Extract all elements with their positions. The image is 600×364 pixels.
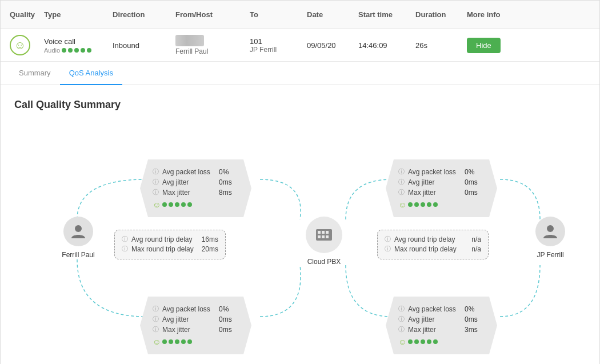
info-icon-lr2: ⓘ [122,245,128,253]
hide-button[interactable]: Hide [467,38,501,53]
br-stat-row-2: ⓘ Avg jitter 0ms [398,315,485,323]
pbx-icon [306,217,342,253]
right-rtrip-box: ⓘ Avg round trip delay n/a ⓘ Max round t… [377,230,489,259]
bl-stat-row-1: ⓘ Avg packet loss 0% [153,305,239,313]
bl-max-j-value: 0ms [219,326,239,334]
col-header-quality: Quality [10,10,44,19]
info-icon-br1: ⓘ [398,305,405,313]
info-icon-bl1: ⓘ [153,305,159,313]
svg-rect-6 [318,231,321,234]
svg-rect-9 [318,235,321,238]
from-name: Ferrill Paul [175,47,250,55]
lr-avg-value: 16ms [202,235,218,243]
dot-4 [81,48,85,53]
pbx-node: Cloud PBX [298,217,350,266]
tl-avg-j-value: 0ms [219,178,239,186]
svg-rect-10 [322,235,325,238]
to-cell: 101 JP Ferrill [250,37,307,54]
tab-qos[interactable]: QoS Analysis [60,62,122,85]
col-header-duration: Duration [415,10,467,19]
bl-stat-row-2: ⓘ Avg jitter 0ms [153,315,239,323]
d1 [162,202,167,207]
info-icon-bl3: ⓘ [153,325,159,334]
to-extension: 101 [250,37,307,46]
tl-smiley-row: ☺ [153,200,239,209]
info-icon-tr3: ⓘ [398,188,405,197]
quality-cell: ☺ [10,35,44,55]
bl-max-j-label: Max jitter [162,326,215,334]
tr-max-j-value: 0ms [465,189,485,197]
tl-avg-pl-value: 0% [219,168,239,176]
right-person-icon [535,217,565,246]
tr-stat-row-2: ⓘ Avg jitter 0ms [398,178,485,186]
type-sub: Audio [44,47,113,54]
svg-point-4 [75,225,82,232]
direction-value: Inbound [113,41,139,50]
date-cell: 09/05/20 [307,41,358,50]
bottom-left-stats: ⓘ Avg packet loss 0% ⓘ Avg jitter 0ms ⓘ … [140,297,251,354]
lr-row-2: ⓘ Max round trip delay 20ms [122,245,218,253]
dot-5 [87,48,91,53]
top-right-stats: ⓘ Avg packet loss 0% ⓘ Avg jitter 0ms ⓘ … [386,159,497,217]
right-person-node: JP Ferrill [527,217,573,259]
direction-cell: Inbound [113,41,175,50]
info-icon-br2: ⓘ [398,315,405,323]
tr-stat-row-1: ⓘ Avg packet loss 0% [398,167,485,176]
tl-max-j-value: 8ms [219,189,239,197]
tr-avg-pl-label: Avg packet loss [408,168,461,176]
lr-max-label: Max round trip delay [131,245,194,253]
info-icon-rr1: ⓘ [385,235,391,243]
bl-stat-row-3: ⓘ Max jitter 0ms [153,325,239,334]
type-cell: Voice call Audio [44,37,113,54]
dot-2 [68,48,73,53]
d2 [169,202,173,207]
br-avg-pl-label: Avg packet loss [408,305,461,313]
smiley-icon-bl: ☺ [153,337,161,346]
moreinfo-cell: Hide [467,38,590,53]
info-icon: ⓘ [153,167,159,176]
col-header-to: To [250,10,307,19]
rr-max-label: Max round trip delay [394,245,457,253]
left-person-label: Ferrill Paul [62,251,94,259]
col-header-starttime: Start time [358,10,415,19]
type-label: Voice call [44,37,113,46]
svg-rect-7 [322,231,325,234]
tl-max-j-label: Max jitter [162,189,215,197]
pbx-label: Cloud PBX [307,258,341,266]
quality-icon: ☺ [10,35,30,55]
d3 [175,202,179,207]
col-header-direction: Direction [113,10,175,19]
fromhost-cell: Ferrill Paul [175,35,250,55]
to-name: JP Ferrill [250,46,307,54]
tr-avg-j-value: 0ms [465,178,485,186]
tab-summary[interactable]: Summary [10,62,60,85]
lr-row-1: ⓘ Avg round trip delay 16ms [122,235,218,243]
tl-stat-row-1: ⓘ Avg packet loss 0% [153,167,239,176]
bl-avg-j-value: 0ms [219,315,239,323]
info-icon-lr1: ⓘ [122,235,128,243]
right-person-label: JP Ferrill [537,251,563,259]
lr-avg-label: Avg round trip delay [131,235,193,243]
info-icon-br3: ⓘ [398,325,405,334]
lr-max-value: 20ms [202,245,218,253]
tr-avg-j-label: Avg jitter [408,178,461,186]
tr-avg-pl-value: 0% [465,168,485,176]
dot-3 [74,48,79,53]
d5 [187,202,192,207]
smiley-icon-br: ☺ [398,337,406,346]
rr-max-value: n/a [471,245,481,253]
br-avg-j-label: Avg jitter [408,315,461,323]
tl-stat-row-2: ⓘ Avg jitter 0ms [153,178,239,186]
from-image [175,35,204,46]
br-max-j-value: 3ms [465,326,485,334]
br-smiley-row: ☺ [398,337,485,346]
info-icon-tr1: ⓘ [398,167,405,176]
info-icon-2: ⓘ [153,178,159,186]
rr-avg-label: Avg round trip delay [394,235,455,243]
br-max-j-label: Max jitter [408,326,461,334]
svg-rect-11 [326,235,329,238]
rr-row-2: ⓘ Max round trip delay n/a [385,245,481,253]
section-title: Call Quality Summary [14,99,586,111]
br-stat-row-3: ⓘ Max jitter 3ms [398,325,485,334]
bl-avg-pl-label: Avg packet loss [162,305,215,313]
